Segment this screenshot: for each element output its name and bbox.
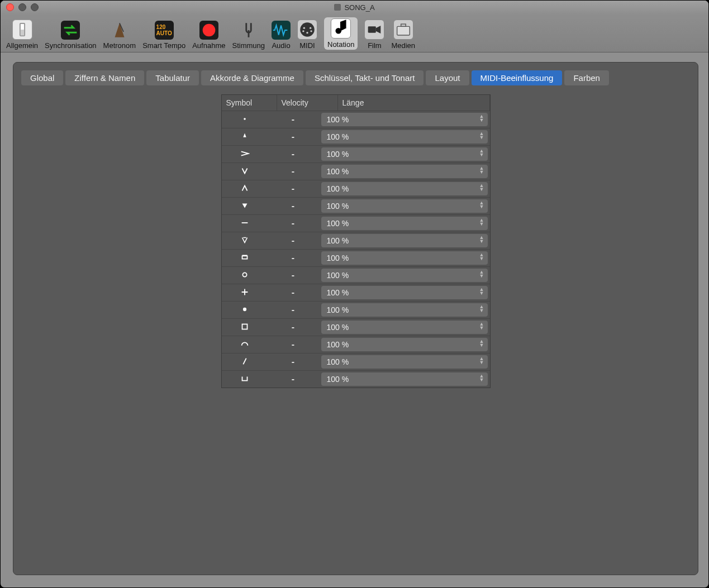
symbol-cell (222, 284, 268, 301)
tab-tabulatur[interactable]: Tabulatur (146, 70, 199, 85)
svg-rect-10 (368, 26, 376, 32)
length-value: 100 % (327, 340, 349, 349)
length-select[interactable]: 100 %▲▼ (321, 286, 488, 299)
table-row: -100 %▲▼ (222, 128, 490, 145)
stepper-icon: ▲▼ (479, 340, 484, 347)
marcato-up-icon (240, 183, 250, 195)
length-value: 100 % (327, 132, 349, 141)
toolbar-item-film[interactable]: Film (364, 20, 384, 50)
svg-point-17 (242, 307, 246, 310)
symbol-cell (222, 319, 268, 336)
svg-point-4 (300, 22, 315, 37)
toolbar-item-metronom[interactable]: Metronom (103, 21, 136, 50)
tab-akkorde[interactable]: Akkorde & Diagramme (201, 70, 303, 85)
velocity-cell[interactable]: - (268, 232, 319, 249)
metronome-icon (110, 21, 129, 40)
svg-point-6 (310, 27, 311, 28)
toolbar-item-stimmung[interactable]: Stimmung (232, 21, 265, 50)
length-value: 100 % (327, 357, 349, 366)
toolbar-item-medien[interactable]: Medien (391, 20, 415, 50)
length-select[interactable]: 100 %▲▼ (321, 303, 488, 317)
waveform-icon (272, 21, 291, 40)
toolbar-item-synchronisation[interactable]: Synchronisation (45, 21, 97, 50)
svg-point-3 (202, 24, 215, 37)
table-row: -100 %▲▼ (222, 284, 490, 301)
velocity-cell[interactable]: - (268, 353, 319, 370)
midi-port-icon (297, 20, 317, 40)
velocity-cell[interactable]: - (268, 180, 319, 197)
video-camera-icon (364, 20, 384, 40)
velocity-cell[interactable]: - (268, 215, 319, 232)
stepper-icon: ▲▼ (479, 166, 484, 174)
toolbar-item-smart-tempo[interactable]: 120AUTO Smart Tempo (142, 21, 185, 50)
velocity-cell[interactable]: - (268, 319, 319, 336)
velocity-cell[interactable]: - (268, 111, 319, 128)
zoom-window-button[interactable] (31, 3, 39, 11)
table-row: -100 %▲▼ (222, 318, 490, 336)
stepper-icon: ▲▼ (479, 253, 484, 261)
length-select[interactable]: 100 %▲▼ (321, 199, 488, 213)
length-value: 100 % (327, 288, 349, 297)
velocity-cell[interactable]: - (268, 267, 319, 284)
titlebar: SONG_A (1, 1, 708, 14)
length-value: 100 % (327, 202, 349, 211)
velocity-cell[interactable]: - (268, 336, 319, 353)
velocity-cell[interactable]: - (268, 128, 319, 145)
toolbar-item-allgemein[interactable]: Allgemein (6, 20, 38, 50)
toolbar-item-midi[interactable]: MIDI (297, 20, 317, 50)
stepper-icon: ▲▼ (479, 305, 484, 313)
table-row: -100 %▲▼ (222, 370, 490, 388)
stepper-icon: ▲▼ (479, 218, 484, 226)
sync-arrows-icon (61, 21, 80, 40)
staccato-dot-icon (240, 114, 250, 126)
table-row: -100 %▲▼ (222, 197, 490, 214)
filled-triangle-down-icon (240, 200, 250, 212)
tab-schluessel[interactable]: Schlüssel, Takt- und Tonart (306, 70, 424, 85)
pedal-bracket-icon (240, 374, 250, 385)
svg-point-16 (242, 273, 246, 276)
symbol-cell (222, 232, 268, 249)
length-value: 100 % (327, 150, 349, 159)
length-select[interactable]: 100 %▲▼ (321, 165, 488, 178)
length-select[interactable]: 100 %▲▼ (321, 251, 488, 265)
velocity-cell[interactable]: - (268, 163, 319, 180)
toolbar-item-audio[interactable]: Audio (272, 21, 291, 50)
length-select[interactable]: 100 %▲▼ (321, 321, 488, 334)
velocity-cell[interactable]: - (268, 198, 319, 214)
velocity-cell[interactable]: - (268, 146, 319, 162)
length-select[interactable]: 100 %▲▼ (321, 113, 488, 126)
stepper-icon: ▲▼ (479, 114, 484, 122)
light-switch-icon (12, 20, 32, 40)
tab-ziffern[interactable]: Ziffern & Namen (65, 70, 144, 85)
velocity-cell[interactable]: - (268, 302, 319, 318)
length-select[interactable]: 100 %▲▼ (321, 182, 488, 195)
length-select[interactable]: 100 %▲▼ (321, 269, 488, 282)
length-select[interactable]: 100 %▲▼ (321, 217, 488, 230)
marcato-down-icon (240, 166, 250, 178)
length-select[interactable]: 100 %▲▼ (321, 130, 488, 144)
velocity-cell[interactable]: - (268, 371, 319, 388)
minimize-window-button[interactable] (18, 3, 26, 11)
notation-icon (331, 18, 351, 39)
velocity-cell[interactable]: - (268, 250, 319, 266)
length-value: 100 % (327, 184, 349, 193)
tab-layout[interactable]: Layout (426, 70, 469, 85)
close-window-button[interactable] (6, 3, 14, 11)
stepper-icon: ▲▼ (479, 357, 484, 365)
length-value: 100 % (327, 254, 349, 262)
toolbar-item-notation[interactable]: Notation (324, 17, 358, 50)
stepper-icon: ▲▼ (479, 322, 484, 330)
length-select[interactable]: 100 %▲▼ (321, 372, 488, 386)
length-select[interactable]: 100 %▲▼ (321, 338, 488, 351)
length-select[interactable]: 100 %▲▼ (321, 234, 488, 247)
length-select[interactable]: 100 %▲▼ (321, 355, 488, 369)
symbol-cell (222, 198, 268, 214)
svg-point-7 (302, 30, 304, 32)
tab-farben[interactable]: Farben (564, 70, 609, 85)
length-select[interactable]: 100 %▲▼ (321, 147, 488, 161)
toolbar-item-aufnahme[interactable]: Aufnahme (192, 21, 225, 50)
tab-midi-beeinflussung[interactable]: MIDI-Beeinflussung (472, 70, 563, 85)
velocity-cell[interactable]: - (268, 284, 319, 301)
symbol-cell (222, 302, 268, 318)
tab-global[interactable]: Global (21, 70, 63, 85)
